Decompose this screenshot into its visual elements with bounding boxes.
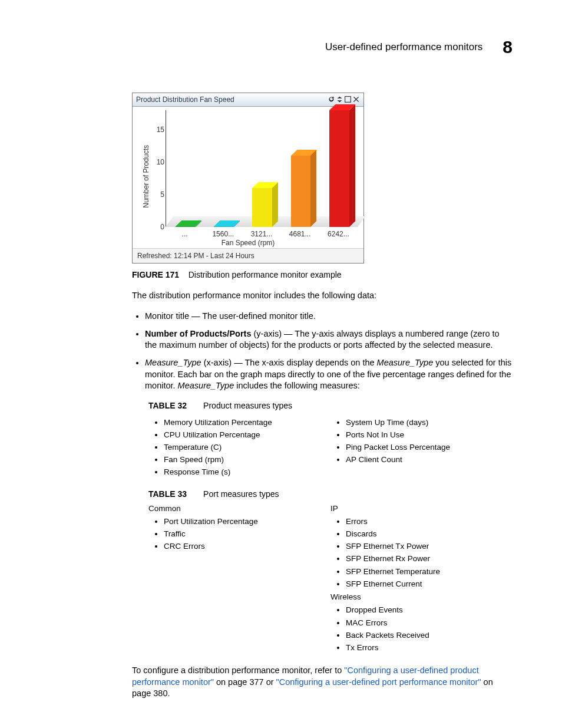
x-tick: 1560...	[212, 229, 234, 239]
chart-bar	[252, 188, 272, 227]
panel-footer: Refreshed: 12:14 PM - Last 24 Hours	[133, 248, 363, 263]
bullet-text: (x-axis) — The x-axis display depends on…	[201, 358, 377, 367]
y-ticks: 051015	[155, 110, 164, 227]
content-area: Product Distribution Fan Speed Number of…	[132, 93, 513, 700]
close-icon[interactable]	[352, 95, 360, 103]
closing-pre: To configure a distribution performance …	[132, 666, 344, 675]
table32-right-list: System Up Time (days)Ports Not In UsePin…	[330, 417, 513, 466]
chart-bar	[214, 226, 234, 227]
list-item: Tx Errors	[346, 643, 513, 653]
list-item: Dropped Events	[346, 605, 513, 615]
list-item: SFP Ethernet Current	[346, 579, 513, 589]
list-item: Traffic	[164, 529, 330, 539]
table33-left-head: Common	[148, 503, 330, 514]
list-item: Monitor title — The user-defined monitor…	[145, 311, 513, 322]
list-item: Discards	[346, 529, 513, 539]
chart-panel: Product Distribution Fan Speed Number of…	[132, 93, 364, 263]
x-tick: 3121...	[251, 229, 273, 239]
list-item: Back Packets Received	[346, 630, 513, 641]
table32-right-col: System Up Time (days)Ports Not In UsePin…	[330, 415, 513, 480]
y-axis-label: Number of Products	[141, 145, 151, 208]
panel-icons	[328, 95, 360, 103]
list-item: AP Client Count	[346, 454, 513, 465]
list-item: Port Utilization Percentage	[164, 516, 330, 527]
header-title: User-defined performance monitors	[325, 41, 482, 54]
table33-right-list2: Dropped EventsMAC ErrorsBack Packets Rec…	[330, 605, 513, 653]
list-item: Ping Packet Loss Percentage	[346, 442, 513, 453]
table33-right-head1: IP	[330, 503, 513, 514]
list-item: Fan Speed (rpm)	[164, 454, 330, 465]
figure-label: FIGURE 171	[132, 270, 179, 279]
list-item: Measure_Type (x-axis) — The x-axis displ…	[145, 357, 513, 392]
list-item: CRC Errors	[164, 541, 330, 552]
chart-body: Number of Products 051015 ...1560...3121…	[133, 107, 363, 248]
maximize-icon[interactable]	[344, 95, 352, 103]
x-tick: 4681...	[289, 229, 311, 239]
table32-label: TABLE 32	[148, 401, 187, 410]
panel-titlebar: Product Distribution Fan Speed	[133, 93, 363, 107]
list-item: Number of Products/Ports (y-axis) — The …	[145, 328, 513, 351]
paragraph-intro: The distribution performance monitor inc…	[132, 290, 513, 302]
table32-left-col: Memory Utilization PercentageCPU Utiliza…	[148, 415, 330, 480]
list-item: Memory Utilization Percentage	[164, 417, 330, 428]
list-item: CPU Utilization Percentage	[164, 430, 330, 440]
running-header: User-defined performance monitors 8	[49, 35, 513, 60]
table33-left-list: Port Utilization PercentageTrafficCRC Er…	[148, 516, 330, 552]
list-item: MAC Errors	[346, 618, 513, 628]
bullet-lead-em: Measure_Type	[145, 358, 201, 367]
chart-bar	[291, 156, 311, 227]
bullet-text: includes the following measures:	[234, 381, 360, 390]
list-item: System Up Time (days)	[346, 417, 513, 428]
x-tick: ...	[182, 229, 188, 239]
y-tick: 0	[150, 222, 164, 232]
x-axis-label: Fan Speed (rpm)	[133, 238, 363, 248]
bullet-lead-plain: (y-axis) —	[251, 329, 295, 338]
bullet-text: The user-defined monitor title.	[202, 311, 316, 321]
table33-caption: TABLE 33Port measures types	[148, 489, 513, 500]
panel-title: Product Distribution Fan Speed	[136, 95, 234, 104]
list-item: SFP Ethernet Tx Power	[346, 541, 513, 552]
svg-rect-0	[345, 97, 351, 103]
table33-left-col: Common Port Utilization PercentageTraffi…	[148, 503, 330, 656]
y-tick: 5	[150, 190, 164, 199]
list-item: SFP Ethernet Rx Power	[346, 554, 513, 564]
chart-bar	[176, 226, 196, 227]
document-page: User-defined performance monitors 8 Prod…	[0, 0, 562, 728]
bullet-lead: Monitor title —	[145, 311, 202, 321]
bullet-em: Measure_Type	[178, 381, 234, 390]
list-item: Response Time (s)	[164, 467, 330, 477]
refresh-icon[interactable]	[328, 95, 335, 103]
table32-left-list: Memory Utilization PercentageCPU Utiliza…	[148, 417, 330, 478]
list-item: Errors	[346, 516, 513, 527]
table33-right-head2: Wireless	[330, 592, 513, 602]
list-item: Temperature (C)	[164, 442, 330, 453]
link-port-monitor[interactable]: "Configuring a user-defined port perform…	[276, 677, 481, 687]
table33-body: Common Port Utilization PercentageTraffi…	[148, 503, 513, 656]
table33-title: Port measures types	[203, 489, 279, 499]
x-ticks: ...1560...3121...4681...6242...	[166, 229, 358, 238]
figure-title: Distribution performance monitor example	[189, 270, 342, 279]
chapter-number: 8	[503, 35, 513, 60]
table32-title: Product measures types	[203, 401, 292, 410]
table32-caption: TABLE 32Product measures types	[148, 400, 513, 411]
plot-area	[166, 110, 358, 227]
table33-right-col: IP ErrorsDiscardsSFP Ethernet Tx PowerSF…	[330, 503, 513, 656]
table33-label: TABLE 33	[148, 489, 187, 499]
figure-caption: FIGURE 171 Distribution performance moni…	[132, 269, 513, 281]
paragraph-closing: To configure a distribution performance …	[132, 665, 513, 700]
x-tick: 6242...	[328, 229, 349, 239]
closing-mid: on page 377 or	[214, 677, 276, 687]
table33-right-list1: ErrorsDiscardsSFP Ethernet Tx PowerSFP E…	[330, 516, 513, 589]
list-item: SFP Ethernet Temperature	[346, 566, 513, 577]
y-tick: 15	[150, 125, 164, 134]
collapse-icon[interactable]	[336, 95, 343, 103]
y-tick: 10	[150, 157, 164, 167]
chart-bar	[329, 110, 349, 227]
list-item: Ports Not In Use	[346, 430, 513, 440]
bullet-em: Measure_Type	[377, 358, 434, 367]
top-bullet-list: Monitor title — The user-defined monitor…	[132, 311, 513, 391]
bullet-lead-strong: Number of Products/Ports	[145, 329, 251, 338]
table32-body: Memory Utilization PercentageCPU Utiliza…	[148, 415, 513, 480]
